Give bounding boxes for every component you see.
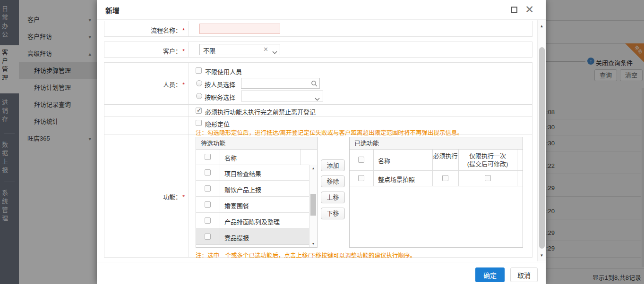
invisible-location-checkbox[interactable]	[196, 120, 202, 126]
row-checkbox[interactable]	[205, 169, 211, 175]
row-name: 产品排面陈列及整理	[224, 217, 280, 226]
customer-label: 客户：*	[104, 46, 185, 55]
confirm-button[interactable]: 确定	[475, 267, 505, 282]
invisible-location-note: 注：勾选隐形定位后，进行抵达/离开登记定位失败或与客户距离超出限定范围时将不再弹…	[196, 128, 463, 137]
divider	[220, 150, 220, 165]
scrollbar-thumb[interactable]	[539, 47, 545, 249]
scroll-up-icon[interactable]: ▲	[309, 167, 317, 170]
divider	[189, 21, 189, 36]
once-header-line2: (提交后可修改)	[458, 160, 517, 168]
divider	[373, 170, 374, 186]
invisible-location-label: 隐形定位	[205, 119, 230, 128]
dialog-scrollbar[interactable]: ▲ ▼	[537, 20, 546, 261]
process-name-input[interactable]	[199, 24, 280, 34]
app-screen: 日常办公 客户管理 进销存 数据上报 系统管理 客户 ▾ 客户拜访 ▾ 高级拜访…	[0, 0, 644, 284]
move-down-button[interactable]: 下移	[321, 208, 345, 219]
dialog-titlebar: 新增 ✕	[97, 0, 546, 20]
label-text: 人员：	[163, 81, 181, 88]
search-icon[interactable]	[311, 80, 318, 88]
row-checkbox[interactable]	[205, 185, 211, 192]
divider	[300, 150, 301, 165]
by-person-radio[interactable]	[196, 80, 202, 86]
scrollbar-thumb[interactable]	[310, 194, 316, 216]
label-text: 客户：	[163, 48, 181, 55]
available-row-project-check[interactable]: 项目检查结果	[196, 165, 309, 181]
divider	[189, 63, 189, 257]
selected-table-title: 已选功能	[350, 137, 523, 150]
selected-functions-table: 已选功能 名称 必须执行 仅限执行一次 (提交后可修改)	[349, 137, 523, 248]
close-icon[interactable]: ✕	[525, 1, 534, 18]
divider	[517, 170, 517, 186]
row-name: 竞品提报	[224, 233, 249, 242]
divider	[220, 229, 220, 245]
available-row-competitor-report[interactable]: 竞品提报	[196, 229, 309, 245]
name-column-header: 名称	[378, 156, 390, 165]
divider	[458, 150, 459, 170]
available-row-banquet[interactable]: 婚宴围餐	[196, 197, 309, 213]
by-position-label: 按职务选择	[205, 92, 235, 101]
once-header-line1: 仅限执行一次	[458, 152, 517, 160]
available-header-row: 名称	[196, 150, 317, 165]
selected-row-scene-photo[interactable]: 整点场景拍照	[350, 170, 523, 186]
person-search-input[interactable]	[241, 78, 320, 89]
divider	[458, 170, 459, 186]
required-mark: *	[182, 81, 185, 88]
must-exec-checkbox[interactable]	[442, 175, 448, 181]
form-row-customer: 客户：* 不限 ✕	[104, 42, 532, 58]
label-text: 功能：	[163, 193, 181, 200]
position-select[interactable]	[241, 91, 323, 101]
by-person-label: 按人员选择	[205, 80, 235, 89]
select-all-checkbox[interactable]	[205, 154, 211, 160]
select-all-checkbox[interactable]	[358, 157, 364, 163]
cancel-button[interactable]: 取消	[510, 267, 538, 282]
row-name: 赠饮产品上报	[224, 185, 261, 194]
available-row-drink-report[interactable]: 赠饮产品上报	[196, 181, 309, 197]
label-text: 流程名称：	[151, 27, 181, 34]
remove-button[interactable]: 移除	[321, 175, 345, 187]
must-exec-column-header: 必须执行	[432, 152, 458, 160]
divider	[104, 104, 532, 105]
function-label: 功能：*	[104, 192, 185, 201]
chevron-down-icon	[315, 95, 320, 102]
clear-icon[interactable]: ✕	[263, 46, 268, 53]
row-checkbox[interactable]	[205, 201, 211, 208]
required-mark: *	[182, 48, 185, 55]
row-checkbox[interactable]	[358, 175, 364, 181]
row-checkbox[interactable]	[205, 234, 211, 240]
unlimited-users-label: 不限使用人员	[205, 67, 242, 76]
add-dialog: 新增 ✕ 流程名称：* 客户：* 不限 ✕ 人员：	[97, 0, 546, 284]
personnel-label: 人员：*	[104, 80, 185, 89]
required-mark: *	[182, 193, 185, 200]
divider	[220, 181, 220, 197]
once-column-header: 仅限执行一次 (提交后可修改)	[458, 152, 517, 168]
divider	[220, 213, 220, 229]
name-column-header: 名称	[224, 153, 237, 162]
divider	[104, 117, 532, 117]
process-name-label: 流程名称：*	[104, 25, 185, 34]
customer-combobox[interactable]: 不限 ✕	[199, 44, 280, 55]
available-row-shelf-display[interactable]: 产品排面陈列及整理	[196, 213, 309, 229]
maximize-icon[interactable]	[511, 7, 517, 13]
once-only-checkbox[interactable]	[485, 175, 491, 181]
must-finish-label: 必须执行功能未执行完之前禁止离开登记	[205, 107, 316, 116]
unlimited-users-checkbox[interactable]	[196, 67, 202, 74]
scroll-down-icon[interactable]: ▼	[309, 242, 317, 245]
move-up-button[interactable]: 上移	[321, 192, 345, 203]
form-row-process-name: 流程名称：*	[104, 21, 532, 37]
chevron-down-icon[interactable]	[272, 49, 277, 56]
row-checkbox[interactable]	[205, 217, 211, 224]
scroll-down-icon[interactable]: ▼	[538, 253, 546, 258]
combobox-value: 不限	[203, 46, 215, 55]
table-scrollbar[interactable]: ▲ ▼	[309, 165, 317, 247]
scroll-up-icon[interactable]: ▲	[538, 24, 546, 28]
selected-header-row: 名称 必须执行 仅限执行一次 (提交后可修改)	[350, 150, 523, 170]
divider	[517, 150, 517, 170]
row-name: 婚宴围餐	[224, 201, 249, 210]
order-note: 注：选中一个或多个已选功能后，点击上移/下移按键可以调整功能的建议执行顺序。	[196, 251, 416, 259]
by-position-radio[interactable]	[196, 93, 202, 99]
divider	[432, 150, 433, 170]
row-name: 项目检查结果	[224, 169, 261, 178]
required-mark: *	[182, 27, 185, 34]
must-finish-checkbox[interactable]	[196, 108, 202, 114]
add-button[interactable]: 添加	[321, 159, 345, 171]
